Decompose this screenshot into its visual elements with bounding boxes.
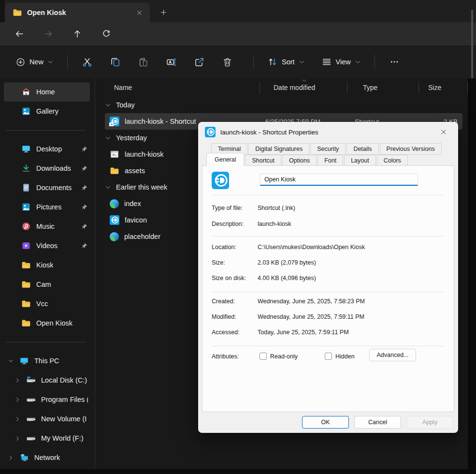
group-label: Yesterday [116, 134, 147, 142]
windows-drive-icon [26, 375, 36, 385]
dialog-tab-general[interactable]: General [206, 153, 244, 166]
view-button[interactable]: View [317, 53, 366, 71]
sidebar-item-cam[interactable]: Cam [4, 275, 90, 294]
sidebar-item-label: Network [34, 454, 60, 461]
chevron-right-icon [8, 455, 14, 461]
apply-button[interactable]: Apply [406, 416, 453, 429]
ok-button[interactable]: OK [302, 416, 349, 429]
toolbar-divider [67, 55, 68, 69]
column-name[interactable]: Name [105, 84, 264, 91]
sidebar-item-label: Vcc [36, 300, 48, 308]
column-divider[interactable] [467, 82, 468, 94]
arrow-up-icon [72, 29, 82, 39]
chevron-right-icon [14, 397, 21, 403]
file-name-input[interactable] [260, 174, 418, 186]
view-button-label: View [336, 58, 351, 66]
share-button[interactable] [188, 52, 210, 72]
dialog-tab-colors[interactable]: Colors [377, 155, 408, 166]
copy-button[interactable] [104, 52, 126, 72]
sidebar-item-network[interactable]: Network [4, 448, 90, 467]
sidebar-item-kiosk[interactable]: Kiosk [4, 255, 90, 275]
dialog-close-button[interactable] [436, 125, 451, 139]
dialog-tab-shortcut[interactable]: Shortcut [245, 155, 281, 166]
cancel-button[interactable]: Cancel [354, 416, 401, 429]
app-logo-icon [110, 215, 119, 225]
attributes-label: Attributes: [212, 353, 258, 360]
dialog-tab-digital-signatures[interactable]: Digital Signatures [248, 143, 309, 155]
sidebar-item-open-kiosk[interactable]: Open Kiosk [4, 313, 90, 333]
sidebar-item-pictures[interactable]: Pictures [4, 197, 90, 217]
chevron-right-icon [14, 377, 21, 384]
toolbar-divider [375, 55, 375, 69]
sidebar-item-label: My World (F:) [41, 434, 84, 442]
pin-icon [81, 242, 88, 250]
dialog-tab-options[interactable]: Options [282, 155, 317, 166]
close-icon [440, 129, 447, 135]
refresh-button[interactable] [97, 25, 116, 43]
column-size[interactable]: Size [424, 84, 462, 91]
sidebar-item-label: Home [36, 88, 55, 96]
dialog-tab-previous-versions[interactable]: Previous Versions [380, 143, 442, 155]
column-type[interactable]: Type [354, 84, 424, 91]
tab-bar: Open Kiosk [0, 0, 476, 22]
cut-button[interactable] [76, 52, 98, 72]
new-tab-button[interactable] [156, 6, 171, 18]
sidebar-item-home[interactable]: Home [4, 82, 90, 102]
sidebar-item-downloads[interactable]: Downloads [4, 159, 90, 178]
separator [212, 292, 445, 292]
paste-button[interactable] [132, 52, 154, 72]
folder-icon [21, 280, 31, 289]
dialog-tab-layout[interactable]: Layout [344, 155, 376, 166]
dialog-title-bar[interactable]: launch-kiosk - Shortcut Properties [198, 122, 458, 142]
new-button[interactable]: New [11, 53, 58, 71]
column-divider[interactable] [347, 82, 347, 94]
sidebar-item-documents[interactable]: Documents [4, 178, 90, 197]
sort-button-label: Sort [282, 58, 295, 66]
close-icon [136, 10, 143, 16]
pin-icon [81, 146, 88, 153]
more-icon [389, 57, 399, 67]
sidebar-item-videos[interactable]: Videos [4, 236, 90, 255]
hidden-checkbox[interactable] [325, 353, 332, 360]
dialog-tab-security[interactable]: Security [310, 143, 346, 155]
column-divider[interactable] [260, 82, 260, 94]
sidebar-item-gallery[interactable]: Gallery [4, 102, 90, 121]
separator [212, 346, 445, 346]
up-button[interactable] [68, 25, 87, 43]
sidebar-item-desktop[interactable]: Desktop [4, 139, 90, 159]
field-value-description: launch-kiosk [258, 221, 448, 227]
arrow-right-icon [43, 29, 53, 39]
dialog-tab-font[interactable]: Font [317, 155, 343, 166]
sidebar-item-label: Local Disk (C:) [41, 376, 87, 384]
drive-icon [26, 414, 36, 424]
dialog-buttons: OK Cancel Apply [302, 416, 453, 429]
file-name: index [124, 200, 141, 207]
group-header-today[interactable]: Today [95, 97, 468, 113]
sidebar-item-new-volume-i[interactable]: New Volume (I [4, 409, 90, 429]
shortcut-file-icon [212, 172, 229, 189]
explorer-tab[interactable]: Open Kiosk [5, 3, 150, 22]
dialog-tab-details[interactable]: Details [346, 143, 378, 155]
advanced-button[interactable]: Advanced... [369, 349, 416, 361]
sidebar-item-music[interactable]: Music [4, 217, 90, 236]
tab-close-button[interactable] [132, 6, 146, 19]
sidebar-item-this-pc[interactable]: This PC [4, 351, 90, 370]
plus-circle-icon [15, 57, 26, 67]
readonly-checkbox[interactable] [260, 353, 267, 360]
column-date-modified[interactable]: Date modified [264, 84, 354, 91]
forward-button[interactable] [39, 25, 58, 43]
sidebar-item-my-world-f[interactable]: My World (F:) [4, 429, 90, 448]
sidebar-item-program-files[interactable]: Program Files ( [4, 390, 90, 409]
sidebar-item-local-disk-c[interactable]: Local Disk (C:) [4, 370, 90, 390]
rename-button[interactable] [160, 52, 182, 72]
gallery-icon [21, 106, 31, 116]
more-options-button[interactable] [384, 52, 405, 72]
delete-button[interactable] [216, 52, 238, 72]
sort-button[interactable]: Sort [262, 53, 310, 71]
sidebar-item-label: This PC [34, 357, 59, 365]
back-button[interactable] [10, 25, 29, 43]
drive-icon [26, 433, 36, 443]
sidebar-item-vcc[interactable]: Vcc [4, 294, 90, 313]
readonly-label: Read-only [270, 353, 298, 360]
column-divider[interactable] [418, 82, 419, 94]
